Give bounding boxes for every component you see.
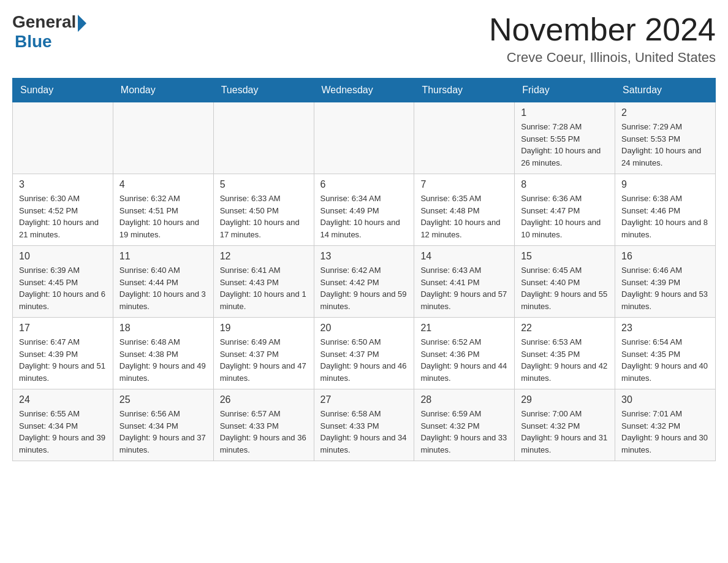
- day-number: 7: [420, 179, 508, 190]
- day-info: Sunrise: 6:35 AM Sunset: 4:48 PM Dayligh…: [420, 193, 508, 240]
- day-number: 15: [521, 251, 609, 262]
- page-header: General Blue November 2024 Creve Coeur, …: [12, 12, 716, 66]
- day-info: Sunrise: 6:34 AM Sunset: 4:49 PM Dayligh…: [320, 193, 408, 240]
- day-number: 25: [119, 394, 207, 405]
- day-of-week-header: Friday: [515, 79, 615, 102]
- calendar-day-cell: 18Sunrise: 6:48 AM Sunset: 4:38 PM Dayli…: [113, 318, 213, 389]
- day-info: Sunrise: 6:40 AM Sunset: 4:44 PM Dayligh…: [119, 264, 207, 312]
- title-area: November 2024 Creve Coeur, Illinois, Uni…: [489, 12, 716, 66]
- day-number: 8: [521, 179, 609, 190]
- day-of-week-header: Sunday: [13, 79, 113, 102]
- day-info: Sunrise: 6:50 AM Sunset: 4:37 PM Dayligh…: [320, 336, 408, 384]
- day-info: Sunrise: 7:00 AM Sunset: 4:32 PM Dayligh…: [521, 408, 609, 456]
- day-info: Sunrise: 6:46 AM Sunset: 4:39 PM Dayligh…: [621, 264, 709, 312]
- calendar-table: SundayMondayTuesdayWednesdayThursdayFrid…: [12, 78, 716, 461]
- calendar-day-cell: 19Sunrise: 6:49 AM Sunset: 4:37 PM Dayli…: [213, 318, 314, 389]
- day-info: Sunrise: 6:36 AM Sunset: 4:47 PM Dayligh…: [521, 193, 609, 240]
- day-of-week-header: Saturday: [615, 79, 716, 102]
- calendar-header-row: SundayMondayTuesdayWednesdayThursdayFrid…: [13, 79, 716, 102]
- day-number: 13: [320, 251, 408, 262]
- day-number: 18: [119, 323, 207, 334]
- day-info: Sunrise: 6:55 AM Sunset: 4:34 PM Dayligh…: [19, 408, 107, 456]
- day-info: Sunrise: 6:38 AM Sunset: 4:46 PM Dayligh…: [621, 193, 709, 240]
- calendar-day-cell: 27Sunrise: 6:58 AM Sunset: 4:33 PM Dayli…: [314, 389, 414, 461]
- calendar-day-cell: 17Sunrise: 6:47 AM Sunset: 4:39 PM Dayli…: [13, 318, 113, 389]
- calendar-day-cell: 9Sunrise: 6:38 AM Sunset: 4:46 PM Daylig…: [615, 174, 716, 246]
- day-info: Sunrise: 6:47 AM Sunset: 4:39 PM Dayligh…: [19, 336, 107, 384]
- day-number: 21: [420, 323, 508, 334]
- calendar-day-cell: 25Sunrise: 6:56 AM Sunset: 4:34 PM Dayli…: [113, 389, 213, 461]
- day-number: 30: [621, 394, 709, 405]
- calendar-day-cell: 24Sunrise: 6:55 AM Sunset: 4:34 PM Dayli…: [13, 389, 113, 461]
- day-info: Sunrise: 6:32 AM Sunset: 4:51 PM Dayligh…: [119, 193, 207, 240]
- day-of-week-header: Monday: [113, 79, 213, 102]
- calendar-day-cell: 30Sunrise: 7:01 AM Sunset: 4:32 PM Dayli…: [615, 389, 716, 461]
- calendar-week-row: 1Sunrise: 7:28 AM Sunset: 5:55 PM Daylig…: [13, 102, 716, 174]
- day-number: 11: [119, 251, 207, 262]
- day-info: Sunrise: 6:49 AM Sunset: 4:37 PM Dayligh…: [220, 336, 308, 384]
- calendar-day-cell: 14Sunrise: 6:43 AM Sunset: 4:41 PM Dayli…: [414, 246, 515, 318]
- logo-blue-text: Blue: [15, 32, 52, 52]
- day-info: Sunrise: 6:41 AM Sunset: 4:43 PM Dayligh…: [220, 264, 308, 312]
- calendar-day-cell: 21Sunrise: 6:52 AM Sunset: 4:36 PM Dayli…: [414, 318, 515, 389]
- calendar-day-cell: [213, 102, 314, 174]
- day-info: Sunrise: 6:58 AM Sunset: 4:33 PM Dayligh…: [320, 408, 408, 456]
- day-info: Sunrise: 6:42 AM Sunset: 4:42 PM Dayligh…: [320, 264, 408, 312]
- day-number: 6: [320, 179, 408, 190]
- day-number: 28: [420, 394, 508, 405]
- day-number: 19: [220, 323, 308, 334]
- day-info: Sunrise: 6:43 AM Sunset: 4:41 PM Dayligh…: [420, 264, 508, 312]
- day-of-week-header: Tuesday: [213, 79, 314, 102]
- day-info: Sunrise: 6:48 AM Sunset: 4:38 PM Dayligh…: [119, 336, 207, 384]
- calendar-day-cell: 11Sunrise: 6:40 AM Sunset: 4:44 PM Dayli…: [113, 246, 213, 318]
- calendar-day-cell: 20Sunrise: 6:50 AM Sunset: 4:37 PM Dayli…: [314, 318, 414, 389]
- calendar-day-cell: 23Sunrise: 6:54 AM Sunset: 4:35 PM Dayli…: [615, 318, 716, 389]
- calendar-day-cell: 16Sunrise: 6:46 AM Sunset: 4:39 PM Dayli…: [615, 246, 716, 318]
- day-number: 20: [320, 323, 408, 334]
- calendar-day-cell: 28Sunrise: 6:59 AM Sunset: 4:32 PM Dayli…: [414, 389, 515, 461]
- day-number: 24: [19, 394, 107, 405]
- day-info: Sunrise: 6:53 AM Sunset: 4:35 PM Dayligh…: [521, 336, 609, 384]
- day-info: Sunrise: 6:39 AM Sunset: 4:45 PM Dayligh…: [19, 264, 107, 312]
- calendar-day-cell: 26Sunrise: 6:57 AM Sunset: 4:33 PM Dayli…: [213, 389, 314, 461]
- day-info: Sunrise: 6:33 AM Sunset: 4:50 PM Dayligh…: [220, 193, 308, 240]
- day-info: Sunrise: 7:28 AM Sunset: 5:55 PM Dayligh…: [521, 121, 609, 169]
- logo: General Blue: [12, 12, 86, 52]
- calendar-day-cell: 4Sunrise: 6:32 AM Sunset: 4:51 PM Daylig…: [113, 174, 213, 246]
- calendar-day-cell: 29Sunrise: 7:00 AM Sunset: 4:32 PM Dayli…: [515, 389, 615, 461]
- calendar-day-cell: 10Sunrise: 6:39 AM Sunset: 4:45 PM Dayli…: [13, 246, 113, 318]
- calendar-day-cell: 12Sunrise: 6:41 AM Sunset: 4:43 PM Dayli…: [213, 246, 314, 318]
- calendar-day-cell: [113, 102, 213, 174]
- day-number: 23: [621, 323, 709, 334]
- day-info: Sunrise: 6:54 AM Sunset: 4:35 PM Dayligh…: [621, 336, 709, 384]
- calendar-day-cell: 2Sunrise: 7:29 AM Sunset: 5:53 PM Daylig…: [615, 102, 716, 174]
- calendar-day-cell: 6Sunrise: 6:34 AM Sunset: 4:49 PM Daylig…: [314, 174, 414, 246]
- day-info: Sunrise: 6:56 AM Sunset: 4:34 PM Dayligh…: [119, 408, 207, 456]
- day-number: 3: [19, 179, 107, 190]
- calendar-day-cell: [314, 102, 414, 174]
- day-info: Sunrise: 6:59 AM Sunset: 4:32 PM Dayligh…: [420, 408, 508, 456]
- location-title: Creve Coeur, Illinois, United States: [489, 50, 716, 66]
- day-number: 4: [119, 179, 207, 190]
- day-info: Sunrise: 7:01 AM Sunset: 4:32 PM Dayligh…: [621, 408, 709, 456]
- day-info: Sunrise: 6:52 AM Sunset: 4:36 PM Dayligh…: [420, 336, 508, 384]
- calendar-week-row: 24Sunrise: 6:55 AM Sunset: 4:34 PM Dayli…: [13, 389, 716, 461]
- day-number: 17: [19, 323, 107, 334]
- calendar-week-row: 17Sunrise: 6:47 AM Sunset: 4:39 PM Dayli…: [13, 318, 716, 389]
- calendar-day-cell: 5Sunrise: 6:33 AM Sunset: 4:50 PM Daylig…: [213, 174, 314, 246]
- day-number: 22: [521, 323, 609, 334]
- calendar-day-cell: 7Sunrise: 6:35 AM Sunset: 4:48 PM Daylig…: [414, 174, 515, 246]
- month-title: November 2024: [489, 12, 716, 47]
- calendar-day-cell: 3Sunrise: 6:30 AM Sunset: 4:52 PM Daylig…: [13, 174, 113, 246]
- day-number: 27: [320, 394, 408, 405]
- day-of-week-header: Wednesday: [314, 79, 414, 102]
- calendar-week-row: 10Sunrise: 6:39 AM Sunset: 4:45 PM Dayli…: [13, 246, 716, 318]
- day-info: Sunrise: 6:57 AM Sunset: 4:33 PM Dayligh…: [220, 408, 308, 456]
- day-number: 14: [420, 251, 508, 262]
- day-number: 2: [621, 107, 709, 118]
- day-number: 26: [220, 394, 308, 405]
- day-number: 10: [19, 251, 107, 262]
- calendar-day-cell: [13, 102, 113, 174]
- day-info: Sunrise: 7:29 AM Sunset: 5:53 PM Dayligh…: [621, 121, 709, 169]
- logo-general-text: General: [12, 12, 76, 32]
